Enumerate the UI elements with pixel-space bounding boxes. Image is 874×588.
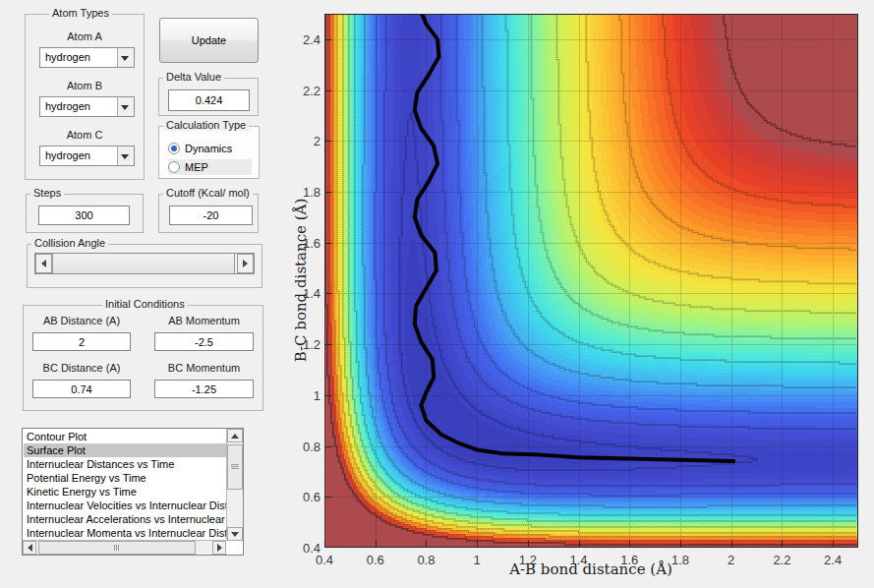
x-tick-label: 2 [728,553,734,567]
y-tick-label: 1.8 [303,185,320,200]
y-tick-label: 0.4 [303,541,320,556]
ab-momentum-label: AB Momentum [154,315,254,326]
arrow-up-icon [231,434,239,439]
cutoff-field[interactable]: -20 [169,206,253,225]
atom-b-value: hydrogen [45,100,90,112]
bc-momentum-field[interactable]: -1.25 [154,380,254,398]
chevron-down-icon [121,105,129,110]
arrow-right-icon [217,544,222,552]
ab-distance-field[interactable]: 2 [32,332,131,351]
atom-c-value: hydrogen [45,149,90,161]
atom-a-dropdown-button[interactable] [117,48,134,67]
atom-a-select[interactable]: hydrogen [39,47,135,68]
x-axis-label: A-B bond distance (Å) [509,560,672,578]
y-tick-label: 2.2 [303,83,320,97]
grip-icon [231,464,239,469]
radio-dynamics-label: Dynamics [185,143,232,154]
bc-momentum-label: BC Momentum [154,362,254,374]
horizontal-scroll-thumb[interactable] [38,541,196,555]
radio-selected-icon [168,143,180,154]
plot-type-listbox[interactable]: Contour PlotSurface PlotInternuclear Dis… [22,428,244,556]
atom-c-label: Atom C [25,129,145,141]
ab-distance-label: AB Distance (A) [32,315,131,326]
chevron-down-icon [121,56,129,61]
x-tick-label: 0.8 [417,553,435,567]
arrow-down-icon [231,532,239,537]
x-tick-label: 2.2 [773,553,790,567]
arrow-left-icon [41,260,46,267]
list-item[interactable]: Internuclear Distances vs Time [24,457,226,471]
initial-conditions-legend: Initial Conditions [102,298,188,310]
slider-thumb[interactable] [52,254,235,273]
x-tick-label: 1.8 [671,553,689,567]
list-item[interactable]: Kinetic Energy vs Time [24,485,226,499]
delta-value-legend: Delta Value [163,71,224,83]
list-item[interactable]: Internuclear Accelerations vs Internucle… [24,512,226,526]
calculation-type-legend: Calculation Type [163,119,249,131]
atom-b-select[interactable]: hydrogen [39,96,135,117]
radio-mep-label: MEP [185,161,208,173]
scroll-down-button[interactable] [227,527,243,541]
arrow-left-icon [28,544,32,552]
atom-c-dropdown-button[interactable] [117,147,134,165]
scroll-left-button[interactable] [23,541,36,555]
bc-distance-label: BC Distance (A) [32,362,131,374]
slider-right-arrow[interactable] [237,254,254,273]
y-tick-label: 1 [314,387,320,402]
x-tick-label: 1 [474,553,481,567]
delta-value-field[interactable]: 0.424 [168,89,250,111]
atom-b-dropdown-button[interactable] [117,97,134,116]
chevron-down-icon [121,154,129,159]
atom-types-legend: Atom Types [49,7,112,19]
steps-field[interactable]: 300 [38,206,130,225]
list-item[interactable]: Surface Plot [24,443,226,457]
list-item[interactable]: Contour Plot [24,430,226,443]
scroll-up-button[interactable] [227,429,243,442]
ab-momentum-field[interactable]: -2.5 [154,332,254,351]
contour-plot [324,14,858,548]
grip-icon [114,545,119,551]
atom-c-select[interactable]: hydrogen [39,146,135,166]
plot-type-list: Contour PlotSurface PlotInternuclear Dis… [24,430,226,540]
y-axis-label: B-C bond distance (Å) [292,199,310,363]
collision-angle-legend: Collision Angle [31,237,108,249]
radio-dynamics[interactable]: Dynamics [168,141,252,156]
update-button[interactable]: Update [159,18,259,63]
vertical-scroll-thumb[interactable] [227,444,243,490]
slider-left-arrow[interactable] [35,254,52,273]
list-item[interactable]: Potential Energy vs Time [24,471,226,485]
atom-a-value: hydrogen [45,51,90,63]
x-tick-label: 0.6 [367,553,384,567]
x-tick-label: 2.4 [824,553,842,567]
horizontal-scrollbar[interactable] [23,540,226,555]
collision-angle-slider[interactable] [34,253,255,274]
y-tick-label: 0.6 [303,490,320,504]
atom-a-label: Atom A [25,30,145,42]
arrow-right-icon [243,260,248,267]
atom-b-label: Atom B [25,80,145,91]
y-tick-label: 0.8 [303,439,320,453]
scroll-right-button[interactable] [212,541,226,555]
list-item[interactable]: Internuclear Velocities vs Internuclear … [24,499,226,512]
y-tick-label: 2.4 [303,31,320,46]
y-tick-label: 2 [314,134,320,148]
cutoff-legend: Cutoff (Kcal/ mol) [163,187,253,199]
radio-unselected-icon [168,161,180,173]
vertical-scrollbar[interactable] [226,429,243,541]
list-item[interactable]: Internuclear Momenta vs Internuclear Dis… [24,526,226,540]
radio-mep[interactable]: MEP [168,159,252,175]
steps-legend: Steps [30,187,64,199]
bc-distance-field[interactable]: 0.74 [32,380,131,398]
